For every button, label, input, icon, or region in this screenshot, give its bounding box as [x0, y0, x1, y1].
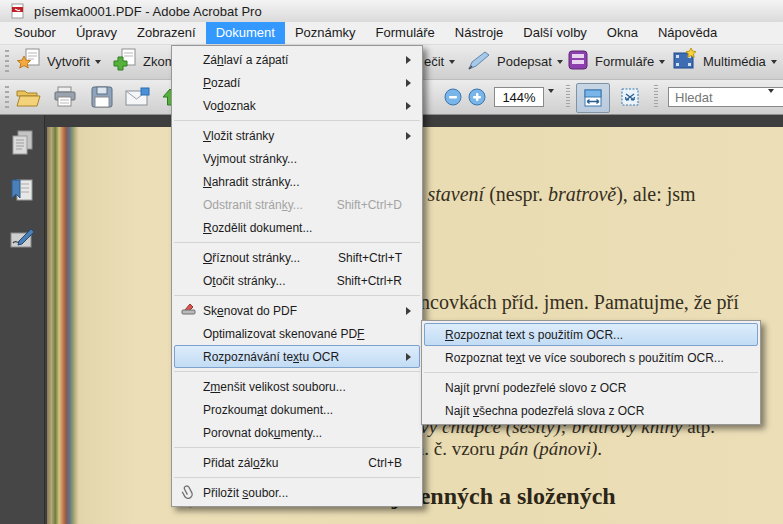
menu-item-zahlavi-a-zapati[interactable]: Záhlaví a zápatí: [174, 48, 420, 71]
menu-item-porovnat-dokumenty[interactable]: Porovnat dokumenty...: [174, 421, 420, 444]
menubar-item-okna[interactable]: Okna: [597, 22, 648, 44]
window-title: písemka0001.PDF - Adobe Acrobat Pro: [34, 4, 262, 19]
forms-label: Formuláře: [595, 54, 654, 69]
menu-item-odstranit-stranky: Odstranit stránky... Shift+Ctrl+D: [174, 193, 420, 216]
menubar-item-nastroje[interactable]: Nástroje: [445, 22, 513, 44]
fit-page-button[interactable]: [614, 83, 646, 111]
submenu-arrow-icon: [406, 79, 415, 87]
menu-item-rozpoznavani-textu-ocr[interactable]: Rozpoznávání textu OCR: [174, 345, 420, 368]
menubar-item-poznamky[interactable]: Poznámky: [285, 22, 366, 44]
signatures-panel-icon[interactable]: [9, 227, 35, 257]
menubar-item-formulare[interactable]: Formuláře: [366, 22, 445, 44]
secure-button[interactable]: ečit: [424, 47, 455, 75]
email-button[interactable]: [124, 85, 152, 113]
menubar-item-dalsi-volby[interactable]: Další volby: [513, 22, 597, 44]
menu-bar: Soubor Úpravy Zobrazení Dokument Poznámk…: [0, 22, 783, 45]
submenu-arrow-icon: [406, 353, 415, 361]
menu-separator: [174, 120, 420, 121]
multimedia-button[interactable]: Multimédia: [672, 47, 777, 75]
forms-icon: [566, 48, 590, 75]
toolbar-separator: [566, 85, 570, 109]
forms-button[interactable]: Formuláře: [566, 47, 665, 75]
submenu-arrow-icon: [406, 132, 415, 140]
menu-item-prilozit-soubor[interactable]: Přiložit soubor...: [174, 481, 420, 504]
menubar-item-dokument[interactable]: Dokument: [206, 22, 285, 44]
title-bar: písemka0001.PDF - Adobe Acrobat Pro: [0, 0, 783, 23]
menu-separator: [174, 447, 420, 448]
menu-item-pozadi[interactable]: Pozadí: [174, 71, 420, 94]
dropdown-arrow-icon: [557, 60, 563, 67]
save-button[interactable]: [90, 85, 114, 113]
menu-item-vodoznak[interactable]: Vodoznak: [174, 94, 420, 117]
submenu-item-rozpoznat-text-vice-souborech[interactable]: Rozpoznat text ve více souborech s použi…: [424, 346, 758, 369]
paperclip-icon: [181, 484, 195, 502]
fit-page-icon: [619, 87, 641, 107]
document-text-line: v koncovkách příd. jmen. Pamatujme, že p…: [385, 291, 739, 314]
dropdown-arrow-icon: [449, 60, 455, 67]
menu-item-optimalizovat-skenovane-pdf[interactable]: Optimalizovat skenované PDF: [174, 322, 420, 345]
dropdown-arrow-icon: [659, 60, 665, 67]
open-file-button[interactable]: [14, 85, 42, 113]
menu-separator: [174, 477, 420, 478]
menu-separator: [424, 372, 758, 373]
acrobat-pdf-icon: [10, 3, 26, 19]
menubar-item-soubor[interactable]: Soubor: [4, 22, 66, 44]
zoom-level-input[interactable]: [494, 87, 544, 107]
menu-item-zmensit-velikost-souboru[interactable]: Zmenšit velikost souboru...: [174, 375, 420, 398]
fit-width-icon: [582, 88, 604, 108]
pages-panel-icon[interactable]: [9, 129, 35, 163]
print-button[interactable]: [52, 85, 78, 113]
toolbar-grip[interactable]: [5, 86, 9, 109]
search-dropdown-arrow-icon[interactable]: [768, 93, 774, 111]
combine-button[interactable]: Zkom: [112, 47, 176, 75]
toolbar-grip[interactable]: [5, 50, 9, 73]
scanned-book-edge: [47, 127, 79, 524]
scanner-icon: [181, 302, 197, 319]
menu-item-skenovat-do-pdf[interactable]: Skenovat do PDF: [174, 299, 420, 322]
multimedia-icon: [672, 47, 698, 76]
zoom-in-button[interactable]: [468, 88, 486, 110]
dropdown-arrow-icon: [95, 60, 101, 67]
menu-item-rozdelit-dokument[interactable]: Rozdělit dokument...: [174, 216, 420, 239]
submenu-arrow-icon: [406, 307, 415, 315]
menu-item-oriznout-stranky[interactable]: Oříznout stránky... Shift+Ctrl+T: [174, 246, 420, 269]
sign-button[interactable]: Podepsat: [466, 47, 563, 75]
combine-files-icon: [112, 47, 138, 76]
zoom-dropdown-arrow-icon[interactable]: [548, 93, 554, 111]
pen-icon: [466, 48, 492, 75]
navigation-sidebar: [0, 115, 45, 524]
fit-width-button[interactable]: [576, 83, 610, 113]
ocr-submenu: Rozpoznat text s použitím OCR... Rozpozn…: [421, 320, 761, 425]
submenu-arrow-icon: [406, 56, 415, 64]
toolbar-separator: [654, 85, 658, 109]
submenu-item-najit-prvni-podezrele-slovo[interactable]: Najít první podezřelé slovo z OCR: [424, 376, 758, 399]
create-pdf-label: Vytvořit: [47, 54, 90, 69]
secure-label: ečit: [424, 54, 444, 69]
document-text-line: trovu stavení (nespr. bratrově), ale: js…: [381, 183, 696, 206]
search-input[interactable]: [668, 87, 783, 107]
menubar-item-zobrazeni[interactable]: Zobrazení: [127, 22, 206, 44]
sign-label: Podepsat: [497, 54, 552, 69]
dropdown-arrow-icon: [771, 60, 777, 67]
menubar-item-napoveda[interactable]: Nápověda: [648, 22, 727, 44]
menu-separator: [174, 295, 420, 296]
menu-item-prozkoumat-dokument[interactable]: Prozkoumat dokument...: [174, 398, 420, 421]
create-pdf-button[interactable]: Vytvořit: [16, 47, 101, 75]
menu-item-nahradit-stranky[interactable]: Nahradit stránky...: [174, 170, 420, 193]
menu-item-pridat-zalozku[interactable]: Přidat záložku Ctrl+B: [174, 451, 420, 474]
multimedia-label: Multimédia: [703, 54, 766, 69]
dokument-menu: Záhlaví a zápatí Pozadí Vodoznak Vložit …: [171, 45, 423, 507]
menubar-item-upravy[interactable]: Úpravy: [66, 22, 127, 44]
menu-item-vyjmout-stranky[interactable]: Vyjmout stránky...: [174, 147, 420, 170]
submenu-item-rozpoznat-text-ocr[interactable]: Rozpoznat text s použitím OCR...: [424, 323, 758, 346]
menu-separator: [174, 242, 420, 243]
submenu-item-najit-vsechna-podezrela-slova[interactable]: Najít všechna podezřelá slova z OCR: [424, 399, 758, 422]
menu-separator: [174, 371, 420, 372]
bookmarks-panel-icon[interactable]: [9, 177, 35, 211]
submenu-arrow-icon: [406, 102, 415, 110]
menu-item-vlozit-stranky[interactable]: Vložit stránky: [174, 124, 420, 147]
zoom-out-button[interactable]: [444, 88, 462, 110]
create-pdf-icon: [16, 47, 42, 76]
menu-item-otocit-stranky[interactable]: Otočit stránky... Shift+Ctrl+R: [174, 269, 420, 292]
